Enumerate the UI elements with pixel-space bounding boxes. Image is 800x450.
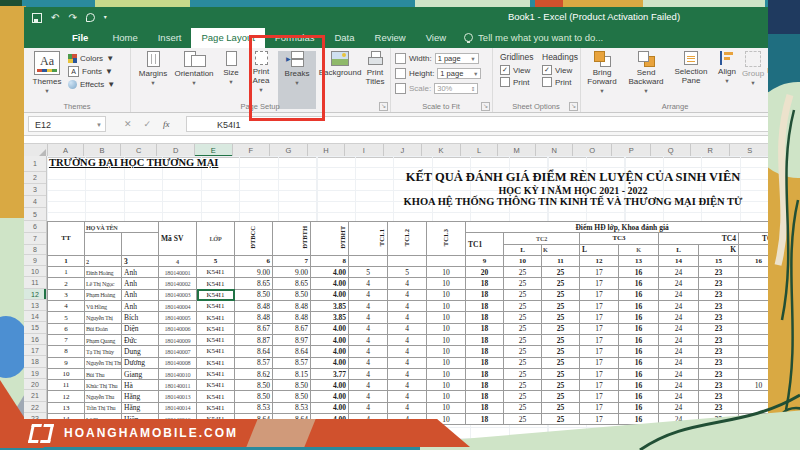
cell[interactable]: 25 — [504, 323, 542, 334]
cell[interactable]: 25 — [542, 289, 580, 300]
cell[interactable]: Vũ Hồng — [85, 301, 122, 312]
cell[interactable]: 23 — [699, 334, 739, 345]
print-titles-button[interactable]: Print Titles — [362, 51, 388, 86]
cell[interactable]: K54I1 — [197, 368, 235, 379]
cell[interactable]: 10 — [427, 312, 466, 323]
cell[interactable]: 17 — [580, 357, 619, 368]
cell[interactable]: 4 — [349, 346, 388, 357]
cell[interactable]: 180140013 — [159, 391, 197, 402]
cell[interactable] — [739, 289, 771, 300]
cell[interactable]: 4 — [349, 380, 388, 391]
cell[interactable]: 180140007 — [159, 346, 197, 357]
name-box[interactable]: E12▼ — [28, 116, 106, 132]
cell[interactable]: 8.50 — [273, 380, 311, 391]
cell[interactable]: 24 — [659, 323, 699, 334]
cell[interactable]: 24 — [659, 368, 699, 379]
cell[interactable]: 4 — [349, 402, 388, 413]
cell[interactable]: 8.50 — [235, 380, 273, 391]
cell[interactable]: 25 — [504, 346, 542, 357]
cell[interactable]: 4.00 — [311, 402, 349, 413]
cell[interactable]: 8.62 — [235, 368, 273, 379]
cell[interactable]: 4 — [349, 323, 388, 334]
cell[interactable]: 24 — [659, 312, 699, 323]
cell[interactable]: 8.64 — [235, 346, 273, 357]
cell[interactable]: 18 — [466, 278, 504, 289]
row-header-21[interactable]: 21 — [24, 390, 46, 401]
row-header-17[interactable]: 17 — [24, 345, 46, 356]
sheet-options-dialog-launcher[interactable]: ↘ — [569, 102, 578, 111]
page-setup-dialog-launcher[interactable]: ↘ — [379, 102, 388, 111]
cell[interactable]: 18 — [466, 301, 504, 312]
gridlines-view-checkbox[interactable]: ✓ View — [500, 64, 534, 76]
cell[interactable]: Bích — [122, 312, 159, 323]
cell[interactable]: 24 — [659, 334, 699, 345]
cell[interactable]: 16 — [619, 312, 659, 323]
cell[interactable]: 10 — [427, 278, 466, 289]
cell[interactable]: 10 — [427, 346, 466, 357]
cell[interactable]: 180140001 — [159, 267, 197, 278]
cell[interactable]: 16 — [619, 267, 659, 278]
cell[interactable]: 4 — [349, 289, 388, 300]
scale-stepper[interactable]: 30%⇕ — [434, 83, 478, 94]
cell[interactable]: 8.48 — [273, 301, 311, 312]
cell[interactable]: 25 — [504, 334, 542, 345]
cell[interactable]: 17 — [580, 323, 619, 334]
cell[interactable]: 7 — [48, 334, 85, 345]
cell[interactable]: 8.57 — [273, 357, 311, 368]
cell[interactable]: 8 — [48, 346, 85, 357]
cell[interactable]: Anh — [122, 289, 159, 300]
cell[interactable]: Nguyễn Thị Thùy — [85, 357, 122, 368]
cell[interactable]: 4 — [48, 301, 85, 312]
cell[interactable]: 5 — [388, 267, 427, 278]
row-header-3[interactable]: 3 — [24, 184, 46, 196]
row-header-13[interactable]: 13 — [24, 300, 46, 311]
cell[interactable]: 3 — [48, 289, 85, 300]
save-icon[interactable] — [32, 13, 42, 23]
cell[interactable]: 23 — [699, 289, 739, 300]
row-header-12[interactable]: 12 — [24, 289, 46, 300]
cell[interactable]: 10 — [427, 323, 466, 334]
selection-pane-button[interactable]: Selection Pane — [670, 51, 712, 85]
cell[interactable]: 18 — [466, 380, 504, 391]
cell[interactable]: Lê Thị Ngọc — [85, 278, 122, 289]
row-header-19[interactable]: 19 — [24, 368, 46, 379]
cell[interactable]: Trần Thị Thu — [85, 402, 122, 413]
cell[interactable]: 16 — [619, 289, 659, 300]
row-header-18[interactable]: 18 — [24, 356, 46, 367]
row-header-5[interactable]: 5 — [24, 208, 46, 221]
cell[interactable]: 8.64 — [273, 346, 311, 357]
cell[interactable]: 25 — [542, 346, 580, 357]
send-backward-button[interactable]: Send Backward▼ — [624, 51, 668, 95]
cell[interactable] — [739, 312, 771, 323]
cell[interactable]: 25 — [504, 289, 542, 300]
cell[interactable]: Nguyễn Thu — [85, 391, 122, 402]
redo-icon[interactable]: ↷ — [68, 10, 76, 25]
row-header-11[interactable]: 11 — [24, 277, 46, 288]
cell[interactable]: 10 — [427, 334, 466, 345]
cell[interactable]: 17 — [580, 368, 619, 379]
cell[interactable]: 9.00 — [273, 267, 311, 278]
cell[interactable]: Hà — [122, 380, 159, 391]
cell[interactable]: 4.00 — [311, 323, 349, 334]
cell[interactable]: 4 — [388, 368, 427, 379]
cell[interactable]: K54I1 — [197, 267, 235, 278]
cell[interactable]: 25 — [504, 402, 542, 413]
cell[interactable]: Đinh Hoàng — [85, 267, 122, 278]
cell[interactable]: 4 — [388, 301, 427, 312]
cell[interactable]: 25 — [504, 278, 542, 289]
cell[interactable]: 25 — [542, 323, 580, 334]
cell[interactable]: 25 — [542, 278, 580, 289]
row-header-15[interactable]: 15 — [24, 322, 46, 333]
cell[interactable]: 180140003 — [159, 289, 197, 300]
cell[interactable]: 23 — [699, 323, 739, 334]
cell[interactable]: 25 — [542, 301, 580, 312]
tab-data[interactable]: Data — [324, 28, 364, 48]
cell[interactable]: 25 — [504, 391, 542, 402]
cell[interactable]: Anh — [122, 278, 159, 289]
cell[interactable]: 17 — [580, 346, 619, 357]
cell[interactable]: 25 — [504, 301, 542, 312]
themes-button[interactable]: Aa Themes ▼ — [30, 51, 64, 95]
tab-home[interactable]: Home — [102, 28, 147, 48]
cell[interactable]: 10 — [427, 368, 466, 379]
cell[interactable]: K54I1 — [197, 346, 235, 357]
